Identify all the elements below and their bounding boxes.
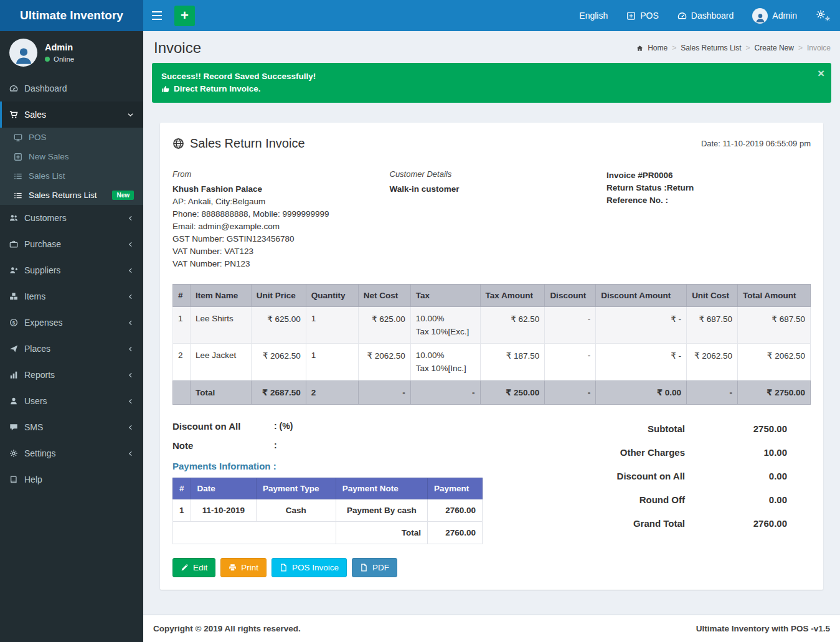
sidebar-item-reports[interactable]: Reports [0, 362, 143, 388]
sidebar-item-purchase[interactable]: Purchase [0, 231, 143, 257]
total-unit-price: ₹ 2687.50 [251, 380, 306, 405]
customer-details-label: Customer Details [390, 169, 607, 179]
sidebar-item-settings[interactable]: Settings [0, 440, 143, 466]
cell-net-cost: ₹ 2062.50 [358, 344, 410, 380]
payments-total-row: Total 2760.00 [173, 522, 483, 544]
company-vat-1: VAT Number: VAT123 [172, 245, 390, 258]
success-alert: × Success!! Record Saved Successfully! D… [152, 63, 831, 103]
copyright-text: Copyright © 2019 All rights reserved. [153, 624, 301, 633]
close-icon[interactable]: × [818, 67, 824, 80]
breadcrumb-create-new[interactable]: Create New [755, 44, 794, 52]
language-menu[interactable]: English [570, 0, 617, 31]
cell-discount-amount: ₹ - [596, 307, 687, 344]
app-logo[interactable]: Ultimate Inventory [0, 0, 143, 31]
pos-icon [14, 133, 22, 142]
pdf-button[interactable]: PDF [352, 558, 397, 577]
discount-on-all-label: Discount on All [172, 421, 274, 432]
sidebar-item-suppliers[interactable]: Suppliers [0, 257, 143, 283]
globe-icon [172, 138, 184, 149]
sidebar-item-sales[interactable]: Sales [0, 101, 143, 128]
cell-payment: 2760.00 [428, 499, 483, 522]
pos-grid-icon [626, 11, 636, 21]
breadcrumb-sales-returns-list[interactable]: Sales Returns List [681, 44, 741, 52]
cell-quantity: 1 [306, 344, 358, 380]
sidebar-item-label: Expenses [24, 318, 62, 328]
settings-menu[interactable] [806, 0, 840, 31]
version-text: Ultimate Inventory with POS -v1.5 [696, 624, 830, 633]
sidebar-item-label: Settings [24, 448, 56, 458]
user-menu[interactable]: Admin [743, 0, 806, 31]
summary-row-round-off: Round Off 0.00 [617, 494, 787, 505]
sidebar-item-sales-returns-list[interactable]: Sales Returns List New [0, 186, 143, 205]
company-phone: Phone: 8888888888, Mobile: 9999999999 [172, 208, 390, 220]
edit-button[interactable]: Edit [172, 558, 215, 577]
total-discount: - [545, 380, 596, 405]
sidebar-item-label: Places [24, 344, 50, 354]
navbar-right: English POS Dashboard Admin [570, 0, 840, 31]
sidebar-menu: Dashboard Sales POS New Sales Sales List… [0, 75, 143, 493]
sidebar-item-label: Users [24, 396, 47, 406]
column-header-unit-price: Unit Price [251, 285, 306, 307]
sidebar-item-new-sales[interactable]: New Sales [0, 147, 143, 166]
chevron-left-icon [127, 372, 134, 379]
places-icon [9, 344, 18, 353]
column-header-item-name: Item Name [190, 285, 251, 307]
gears-icon [816, 9, 831, 22]
sidebar-item-expenses[interactable]: Expenses [0, 309, 143, 336]
user-name: Admin [772, 11, 797, 21]
company-gst: GST Number: GSTIN123456780 [172, 233, 390, 245]
cell-quantity: 1 [306, 307, 358, 344]
pos-invoice-button[interactable]: POS Invoice [271, 558, 347, 577]
printer-icon [229, 564, 237, 572]
summary-row-discount-on-all: Discount on All 0.00 [617, 471, 787, 481]
company-name: Khush Fashion Palace [172, 183, 390, 196]
items-total-row: Total ₹ 2687.50 2 - - ₹ 250.00 - ₹ 0.00 … [173, 380, 811, 405]
sidebar-item-label: SMS [24, 422, 43, 432]
column-header-total-amount: Total Amount [738, 285, 811, 307]
chevron-left-icon [127, 241, 134, 248]
invoice-number: Invoice #PR0006 [606, 169, 811, 182]
breadcrumb-home[interactable]: Home [648, 44, 668, 52]
column-header-quantity: Quantity [306, 285, 358, 307]
from-label: From [172, 169, 390, 179]
sidebar-item-help[interactable]: Help [0, 466, 143, 493]
column-header-discount: Discount [545, 285, 596, 307]
sidebar-item-dashboard[interactable]: Dashboard [0, 75, 143, 101]
chevron-left-icon [127, 215, 134, 222]
dashboard-link[interactable]: Dashboard [668, 0, 743, 31]
print-button[interactable]: Print [220, 558, 267, 577]
alert-message: Success!! Record Saved Successfully! [161, 70, 813, 83]
file-icon [280, 564, 288, 572]
sidebar-item-places[interactable]: Places [0, 336, 143, 362]
cell-unit-cost: ₹ 687.50 [687, 307, 738, 344]
avatar [752, 8, 768, 24]
cell-tax: 10.00% Tax 10%[Inc.] [410, 344, 480, 380]
page-title: Invoice [154, 39, 201, 57]
column-header-payment-note: Payment Note [336, 478, 427, 499]
home-icon [636, 45, 643, 52]
company-email: Email: admin@example.com [172, 220, 390, 233]
sidebar-item-sales-list[interactable]: Sales List [0, 166, 143, 186]
column-header-net-cost: Net Cost [358, 285, 410, 307]
sidebar-item-users[interactable]: Users [0, 388, 143, 414]
total-discount-amount: ₹ 0.00 [596, 380, 687, 405]
purchase-icon [9, 240, 18, 248]
suppliers-icon [9, 266, 18, 275]
sidebar-item-customers[interactable]: Customers [0, 205, 143, 231]
sidebar-item-items[interactable]: Items [0, 283, 143, 309]
sales-submenu: POS New Sales Sales List Sales Returns L… [0, 128, 143, 205]
cell-total-amount: ₹ 2062.50 [738, 344, 811, 380]
sidebar-item-sms[interactable]: SMS [0, 414, 143, 440]
add-button[interactable]: + [174, 6, 195, 26]
edit-icon [181, 564, 189, 572]
sidebar-item-pos[interactable]: POS [0, 128, 143, 147]
sidebar-toggle-button[interactable] [143, 0, 171, 31]
pos-link[interactable]: POS [617, 0, 668, 31]
cell-total-amount: ₹ 687.50 [738, 307, 811, 344]
sidebar: Admin Online Dashboard Sales POS New Sal… [0, 31, 143, 642]
column-header-tax-amount: Tax Amount [480, 285, 545, 307]
total-tax: - [410, 380, 480, 405]
from-block: From Khush Fashion Palace AP: Ankali, Ci… [172, 169, 390, 270]
sidebar-item-label: Suppliers [24, 265, 60, 275]
new-sales-icon [14, 153, 22, 161]
